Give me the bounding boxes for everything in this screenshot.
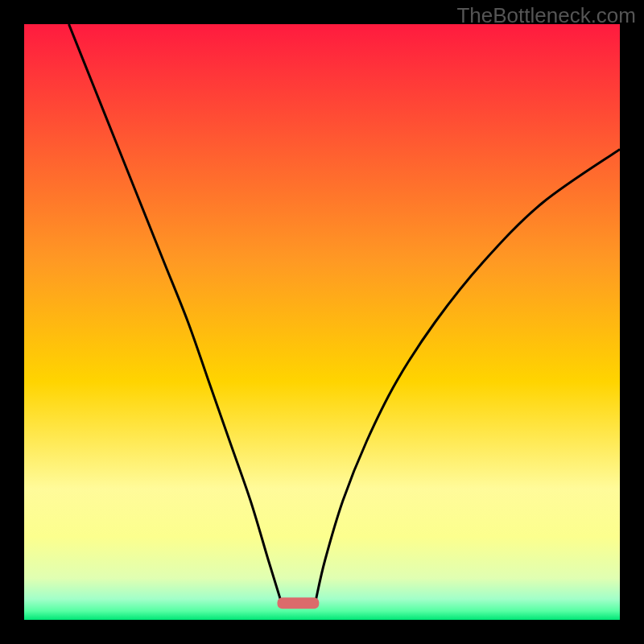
chart-svg: [24, 24, 620, 620]
watermark-text: TheBottleneck.com: [456, 3, 636, 28]
chart-plot-area: [24, 24, 620, 620]
bottleneck-marker: [278, 597, 320, 609]
chart-background: [24, 24, 620, 620]
